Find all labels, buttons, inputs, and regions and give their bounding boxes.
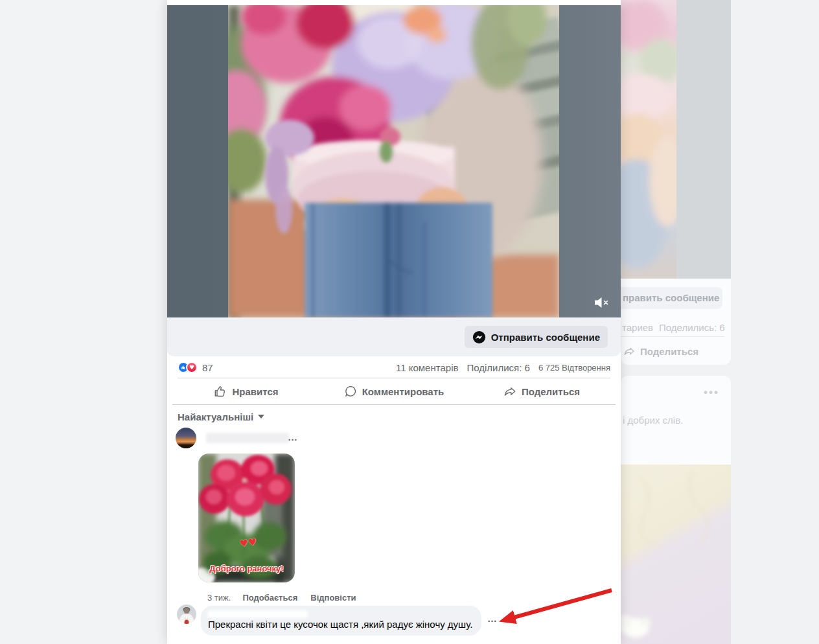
- dimmed-background-feed: править сообщение тариев Поделились: 6 П…: [621, 0, 819, 644]
- reaction-count[interactable]: 87: [202, 362, 213, 373]
- comments-sort-dropdown[interactable]: Найактуальніші: [178, 410, 264, 423]
- comment1-options-icon[interactable]: …: [288, 431, 299, 443]
- background-post-card: править сообщение тариев Поделились: 6 П…: [621, 279, 731, 365]
- background-comments-count: тариев: [622, 322, 653, 333]
- background-video-faded-image: [621, 0, 676, 279]
- unmute-button[interactable]: [592, 294, 610, 311]
- muted-speaker-icon: [592, 294, 610, 311]
- background-send-message-button: править сообщение: [621, 287, 722, 309]
- messenger-icon: [472, 330, 486, 344]
- send-message-button[interactable]: Отправить сообщение: [465, 326, 608, 348]
- background-video-letterbox: [676, 0, 731, 279]
- comment2-options-icon[interactable]: …: [487, 613, 498, 624]
- video-player[interactable]: [167, 5, 621, 317]
- background-shares-count: Поделились: 6: [659, 322, 725, 333]
- comment2-avatar[interactable]: [177, 604, 196, 624]
- share-button-label: Поделиться: [522, 386, 580, 397]
- hearts-decoration: ♥♥: [238, 536, 257, 550]
- background-post-image-art: [621, 465, 731, 644]
- comment1-photo-caption: Доброго раночку!: [198, 564, 295, 573]
- comment2-bubble: Прекрасні квіти це кусочок щастя ,який р…: [201, 606, 481, 636]
- caret-down-icon: [258, 415, 264, 419]
- comment1-avatar[interactable]: [176, 428, 196, 448]
- love-reaction-icon[interactable]: ♥: [186, 362, 198, 373]
- comments-count[interactable]: 11 коментарів: [396, 362, 458, 373]
- background-share-button: Поделиться: [623, 341, 727, 362]
- background-post-options-icon: •••: [704, 386, 719, 399]
- video-still-illustration: [228, 5, 559, 317]
- divider: [621, 336, 724, 337]
- comment2-text: Прекрасні квіти це кусочок щастя ,який р…: [208, 619, 472, 630]
- comment1-photo[interactable]: ♥♥ Доброго раночку!: [198, 454, 295, 582]
- comment1-footer: 3 тиж. Подобається Відповісти: [207, 593, 356, 603]
- thumbs-up-outline-icon: [214, 385, 227, 398]
- facebook-post-modal-page: править сообщение тариев Поделились: 6 П…: [0, 0, 819, 644]
- comment-bubble-icon: [344, 385, 357, 398]
- reactions-summary-row: ♥ 87 11 коментарів Поділилися: 6 6 725 В…: [178, 357, 610, 378]
- comment1-avatar-image: [176, 428, 196, 448]
- post-actions-row: Нравится Комментировать Поделиться: [172, 378, 616, 405]
- share-arrow-icon: [623, 345, 635, 357]
- post-stats: 11 коментарів Поділилися: 6 6 725 Відтво…: [396, 362, 610, 373]
- comment1-author-name-redacted: [206, 433, 289, 443]
- background-next-post-card: ••• і добрих слів.: [621, 376, 731, 644]
- comments-sort-label: Найактуальніші: [178, 411, 253, 422]
- comment2-avatar-image: [177, 604, 196, 624]
- comment1-reply-link[interactable]: Відповісти: [310, 593, 356, 603]
- post-modal: Отправить сообщение ♥ 87 11 коментарів П…: [167, 0, 621, 644]
- shares-count[interactable]: Поділилися: 6: [467, 362, 529, 373]
- background-post-text: і добрих слів.: [623, 415, 683, 426]
- share-button[interactable]: Поделиться: [468, 378, 616, 404]
- send-message-label: Отправить сообщение: [491, 332, 600, 343]
- plays-count: 6 725 Відтворення: [538, 363, 610, 373]
- background-video-thumbnail: [621, 0, 676, 279]
- video-cta-section: Отправить сообщение: [167, 317, 621, 356]
- background-post-counts: тариев Поделились: 6: [621, 320, 731, 334]
- comment-button[interactable]: Комментировать: [320, 378, 468, 404]
- background-share-label: Поделиться: [640, 346, 698, 357]
- comment2-author-name-redacted: [207, 610, 308, 618]
- comment-button-label: Комментировать: [362, 386, 444, 397]
- like-button-label: Нравится: [232, 386, 278, 397]
- comment1-like-link[interactable]: Подобається: [242, 593, 297, 603]
- like-button[interactable]: Нравится: [172, 378, 320, 404]
- share-arrow-icon: [503, 385, 516, 398]
- video-frame: [228, 5, 559, 317]
- comment1-timestamp[interactable]: 3 тиж.: [207, 593, 231, 603]
- background-post-image: [621, 465, 731, 644]
